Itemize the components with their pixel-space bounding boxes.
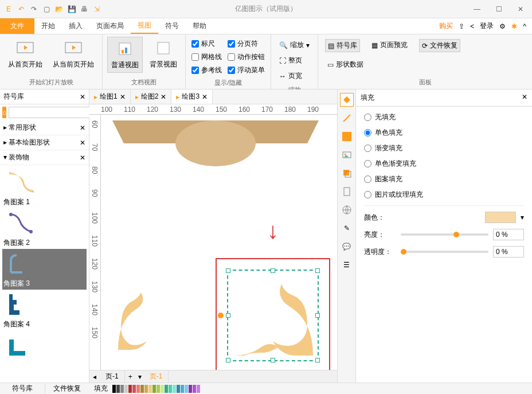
sidebar-cat-basic[interactable]: ▸ 基本绘图形状✕: [0, 135, 89, 150]
color-swatch[interactable]: [485, 212, 516, 223]
maximize-button[interactable]: ☐: [492, 2, 506, 16]
shape-corner-2[interactable]: 角图案 2: [2, 208, 87, 249]
new-icon[interactable]: ▢: [41, 4, 52, 14]
color-palette[interactable]: [112, 385, 200, 393]
page-nav-prev[interactable]: ◂: [89, 372, 100, 382]
arrow-down-icon: ↓: [267, 218, 279, 244]
menu-insert[interactable]: 插入: [62, 18, 89, 34]
status-symbollib-tab[interactable]: 符号库: [0, 384, 45, 393]
selection-box[interactable]: [227, 270, 319, 361]
gear-icon[interactable]: ⚙: [499, 22, 506, 30]
brightness-label: 亮度：: [364, 230, 396, 240]
menu-start[interactable]: 开始: [34, 18, 62, 34]
fit-page-button[interactable]: ⛶整页: [277, 54, 312, 67]
ribbon-group-docview-label: 文档视图: [131, 77, 157, 88]
sidebar-cat-common[interactable]: ▸ 常用形状✕: [0, 120, 89, 135]
background-view-label: 背景视图: [150, 60, 177, 69]
grid-checkbox[interactable]: 网格线: [191, 52, 222, 62]
sidebar-close-icon[interactable]: ✕: [80, 93, 85, 101]
shape-data-button[interactable]: ▭形状数据: [325, 58, 366, 71]
shape-corner-5[interactable]: [2, 330, 87, 360]
doc-tab-2[interactable]: ▸绘图2✕: [131, 89, 172, 104]
page-add[interactable]: +: [125, 372, 136, 382]
rotate-handle[interactable]: [218, 313, 224, 318]
shape-corner-4[interactable]: 角图案 4: [2, 290, 87, 330]
sidebar-title: 符号库: [3, 92, 24, 102]
page-tab-left[interactable]: 页-1: [100, 370, 125, 383]
export-icon[interactable]: ⇲: [92, 4, 102, 14]
ruler-checkbox[interactable]: 标尺: [191, 39, 222, 49]
tab-close-icon[interactable]: ✕: [202, 93, 208, 101]
fill-tool-icon[interactable]: [340, 93, 354, 107]
cat-close-icon[interactable]: ✕: [80, 124, 85, 132]
slideshow-from-current[interactable]: 从当前页开始: [49, 37, 97, 72]
undo-icon[interactable]: ↶: [16, 4, 26, 14]
fill-solid-radio[interactable]: 单色填充: [364, 128, 524, 138]
fit-width-button[interactable]: ↔页宽: [277, 70, 312, 82]
page-tool-icon[interactable]: [340, 185, 354, 198]
status-filerecovery-tab[interactable]: 文件恢复: [45, 384, 90, 393]
floatmenu-checkbox[interactable]: 浮动菜单: [228, 65, 265, 75]
fill-gradient-radio[interactable]: 渐变填充: [364, 143, 524, 153]
close-button[interactable]: ✕: [514, 2, 527, 16]
open-icon[interactable]: 📂: [54, 4, 64, 14]
fill-solidgrad-radio[interactable]: 单色渐变填充: [364, 159, 524, 169]
slideshow-from-first[interactable]: 从首页开始: [5, 37, 46, 72]
menu-help[interactable]: 帮助: [186, 18, 213, 34]
brightness-slider[interactable]: [401, 233, 488, 236]
guides-checkbox[interactable]: 参考线: [191, 65, 222, 75]
globe-tool-icon[interactable]: [340, 203, 354, 217]
fill-pattern-radio[interactable]: 图案填充: [364, 174, 524, 184]
action-checkbox[interactable]: 动作按钮: [228, 52, 265, 62]
menu-symbol[interactable]: 符号: [158, 18, 186, 34]
edit-tool-icon[interactable]: ✎: [340, 221, 354, 235]
layer-tool-icon[interactable]: [340, 166, 354, 180]
symbol-lib-button[interactable]: ▤符号库: [325, 39, 360, 52]
background-view-button[interactable]: 背景视图: [146, 37, 181, 72]
share-icon[interactable]: ⇪: [459, 22, 464, 30]
shape-corner-1[interactable]: 角图案 1: [2, 167, 87, 208]
cat-close-icon[interactable]: ✕: [80, 139, 85, 147]
minimize-button[interactable]: —: [470, 2, 484, 16]
home-icon[interactable]: ⌂: [2, 107, 6, 118]
page-preview-button[interactable]: ▦页面预览: [369, 39, 410, 51]
sidebar-cat-decorations[interactable]: ▾ 装饰物✕: [0, 150, 89, 165]
tab-close-icon[interactable]: ✕: [161, 93, 166, 101]
opacity-spinner[interactable]: 0 %: [493, 246, 524, 258]
line-tool-icon[interactable]: [340, 111, 354, 125]
doc-tab-1[interactable]: ▸绘图1✕: [89, 89, 131, 104]
menu-layout[interactable]: 页面布局: [89, 18, 131, 34]
ribbon-group-panels-label: 面板: [419, 77, 432, 88]
login-link[interactable]: 登录: [480, 21, 494, 31]
list-tool-icon[interactable]: ☰: [340, 258, 354, 272]
buy-link[interactable]: 购买: [439, 21, 453, 31]
opacity-slider[interactable]: [401, 251, 488, 253]
menu-file[interactable]: 文件: [0, 18, 34, 34]
page-tab-right[interactable]: 页-1: [144, 370, 169, 383]
shape-tool-icon[interactable]: [340, 130, 354, 143]
fill-panel-close-icon[interactable]: ✕: [522, 93, 527, 103]
fill-none-radio[interactable]: 无填充: [364, 112, 524, 122]
search-input[interactable]: [9, 107, 100, 118]
svg-marker-3: [72, 45, 76, 50]
tab-close-icon[interactable]: ✕: [120, 93, 126, 101]
zoom-button[interactable]: 🔍缩放 ▾: [277, 39, 312, 51]
pagebreak-checkbox[interactable]: 分页符: [228, 39, 265, 49]
doc-tab-3[interactable]: ▸绘图3✕: [171, 89, 213, 104]
normal-view-button[interactable]: 普通视图: [107, 37, 143, 73]
redo-icon[interactable]: ↷: [29, 4, 39, 14]
menu-view[interactable]: 视图: [131, 18, 158, 34]
share2-icon[interactable]: <: [470, 22, 474, 30]
canvas[interactable]: 荣誉证书 ↓: [101, 115, 337, 370]
fill-picture-radio[interactable]: 图片或纹理填充: [364, 190, 524, 200]
image-tool-icon[interactable]: [340, 148, 354, 162]
brightness-spinner[interactable]: 0 %: [493, 229, 524, 240]
cat-close-icon[interactable]: ✕: [80, 154, 85, 162]
save-icon[interactable]: 💾: [66, 4, 77, 14]
slideshow-from-first-label: 从首页开始: [8, 60, 42, 69]
shape-corner-3[interactable]: 角图案 3: [2, 249, 87, 290]
comment-tool-icon[interactable]: 💬: [340, 240, 354, 253]
file-recovery-button[interactable]: ⟳文件恢复: [419, 39, 460, 52]
print-icon[interactable]: 🖶: [79, 4, 89, 14]
collapse-ribbon-icon[interactable]: ^: [523, 22, 526, 30]
